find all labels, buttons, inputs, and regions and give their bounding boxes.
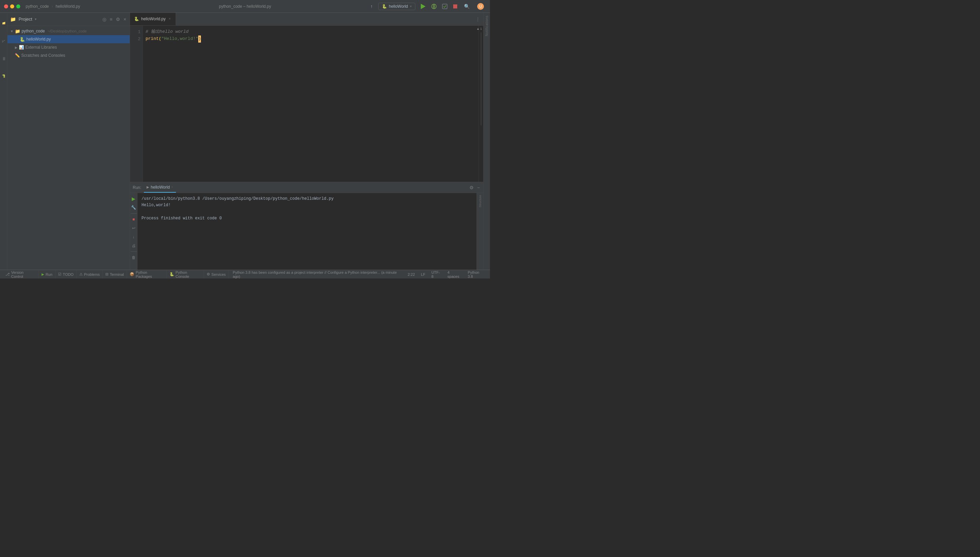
print-button[interactable]: 🖨 [131, 243, 137, 249]
user-avatar: U [477, 3, 484, 10]
status-python-console[interactable]: 🐍 Python Console [167, 270, 204, 278]
problems-icon: ⚠ [80, 272, 83, 277]
status-line-ending[interactable]: LF [419, 272, 428, 277]
line-number-1: 1 [130, 28, 141, 36]
run-tools-left: ▶ 🔧 ■ ↩ ↓ 🖨 🗑 [130, 193, 138, 270]
debug-button[interactable] [430, 3, 438, 10]
services-icon: ⚙ [207, 272, 210, 277]
project-settings-button[interactable]: ⚙ [115, 16, 121, 23]
status-terminal[interactable]: ⊟ Terminal [103, 270, 127, 278]
project-header-actions: ◎ ≡ ⚙ × [102, 16, 127, 23]
git-update-button[interactable]: ↑ [368, 3, 375, 10]
code-container: 1 2 # 输出hello world print("Hello,world!"… [130, 26, 479, 182]
up-arrow-icon: ▲ [477, 27, 480, 31]
sidebar-item-db[interactable]: 🗄 [0, 51, 7, 67]
code-line-2: print("Hello,world!") [146, 36, 476, 42]
indent-label: 4 spaces [448, 270, 462, 278]
run-status-label: Run [45, 272, 52, 277]
run-hide-button[interactable]: − [477, 184, 480, 191]
maximize-window-button[interactable] [16, 4, 20, 8]
svg-rect-3 [453, 4, 457, 8]
main-layout: 📁 ⎇ 🗄 🐍 📁 Project ▾ ◎ ≡ ⚙ × ▼ [0, 13, 490, 270]
locate-file-button[interactable]: ◎ [102, 16, 107, 23]
status-run[interactable]: ▶ Run [39, 270, 55, 278]
tab-helloworld[interactable]: 🐍 helloWorld.py × [130, 13, 176, 25]
gutter-scrollbar[interactable] [481, 33, 481, 125]
chevron-down-icon: ▾ [410, 4, 412, 8]
chevron-right-icon: ▶ [15, 46, 18, 49]
search-button[interactable]: 🔍 [462, 3, 472, 10]
stop-button[interactable] [452, 3, 459, 10]
status-version-control[interactable]: ⎇ Version Control [3, 270, 39, 278]
clear-output-button[interactable]: 🗑 [131, 254, 137, 261]
line-col-label: 2:22 [407, 272, 415, 277]
code-comment: # 输出hello world [146, 28, 188, 36]
run-button[interactable] [419, 2, 427, 10]
tree-item-python-code[interactable]: ▼ 📁 python_code ~/Desktop/python_code [7, 27, 130, 35]
scroll-to-end-button[interactable]: ↓ [131, 234, 137, 240]
editor-tabs: 🐍 helloWorld.py × ⋮ [130, 13, 483, 26]
project-panel-title[interactable]: Project [19, 16, 32, 22]
tree-item-external-libraries[interactable]: ▶ 📊 External Libraries [7, 43, 130, 51]
user-profile-button[interactable]: U [475, 2, 486, 10]
project-dropdown-icon[interactable]: ▾ [35, 17, 36, 21]
up-arrow-2-icon: ▲ [483, 27, 483, 31]
problems-label: Problems [84, 272, 100, 277]
line-number-2: 2 [130, 36, 141, 42]
structure-sidebar: Structure [477, 193, 483, 270]
version-control-icon: ⎇ [5, 272, 10, 277]
sidebar-item-project[interactable]: 📁 [0, 16, 7, 32]
sidebar-item-git[interactable]: ⎇ [0, 33, 7, 49]
tree-label-helloworld: helloWorld.py [26, 37, 51, 42]
search-icon: 🔍 [464, 4, 470, 9]
hide-panel-button[interactable]: × [123, 16, 127, 23]
output-line-command: /usr/local/bin/python3.8 /Users/ouyangzh… [141, 196, 472, 202]
run-header-right: ⚙ − [469, 184, 480, 191]
coverage-button[interactable] [441, 3, 448, 10]
status-encoding[interactable]: UTF-8 [428, 270, 444, 278]
title-separator: › [52, 4, 53, 9]
stop-run-button[interactable]: ■ [131, 216, 137, 222]
notifications-label[interactable]: Notifications [485, 16, 488, 36]
run-settings-button[interactable]: ⚙ [469, 184, 474, 191]
soft-wrap-button[interactable]: ↩ [131, 225, 137, 231]
folder-icon: 📁 [15, 29, 20, 34]
run-status-icon: ▶ [42, 272, 44, 276]
close-window-button[interactable] [4, 4, 8, 8]
stop-icon [453, 4, 458, 9]
editor-area: 🐍 helloWorld.py × ⋮ 1 2 # 输出hello world [130, 13, 483, 270]
rerun-button[interactable]: 🔧 [131, 205, 137, 210]
traffic-lights [4, 4, 20, 8]
file-name-title: helloWorld.py [56, 4, 80, 9]
status-python-version[interactable]: Python 3.8 [465, 270, 487, 278]
run-tab-close-button[interactable]: × [171, 185, 173, 189]
status-services[interactable]: ⚙ Services [204, 270, 229, 278]
code-func-print: print [146, 36, 159, 42]
run-tab-helloworld[interactable]: ▶ helloWorld × [144, 182, 175, 193]
sidebar-item-python[interactable]: 🐍 [0, 68, 7, 85]
status-python-packages[interactable]: 📦 Python Packages [127, 270, 167, 278]
run-icon [419, 3, 426, 10]
run-tab-name: helloWorld [151, 185, 170, 190]
status-indent[interactable]: 4 spaces [445, 270, 464, 278]
titlebar-left: python_code › helloWorld.py [4, 4, 80, 9]
collapse-all-button[interactable]: ≡ [109, 16, 113, 23]
status-line-col[interactable]: 2:22 [405, 272, 417, 277]
tree-item-helloworld[interactable]: 🐍 helloWorld.py [7, 35, 130, 43]
project-panel: 📁 Project ▾ ◎ ≡ ⚙ × ▼ 📁 python_code ~/De… [7, 13, 130, 270]
status-right: 2:22 LF UTF-8 4 spaces Python 3.8 [405, 270, 487, 278]
run-config-selector[interactable]: 🐍 helloWorld ▾ [378, 3, 415, 10]
structure-label[interactable]: Structure [479, 195, 482, 207]
project-header: 📁 Project ▾ ◎ ≡ ⚙ × [7, 13, 130, 26]
status-problems[interactable]: ⚠ Problems [77, 270, 103, 278]
run-again-button[interactable]: ▶ [131, 196, 137, 202]
run-tab-run-icon: ▶ [146, 185, 149, 189]
status-todo[interactable]: ☑ TODO [55, 270, 77, 278]
recent-files-button[interactable]: ⋮ [475, 16, 480, 22]
notifications-sidebar: Notifications [483, 13, 490, 270]
minimize-window-button[interactable] [10, 4, 14, 8]
tab-close-button[interactable]: × [167, 16, 172, 21]
tree-item-scratches[interactable]: ✏️ Scratches and Consoles [7, 51, 130, 59]
code-content[interactable]: # 输出hello world print("Hello,world!") [143, 26, 479, 182]
code-paren-open: ( [159, 36, 161, 42]
